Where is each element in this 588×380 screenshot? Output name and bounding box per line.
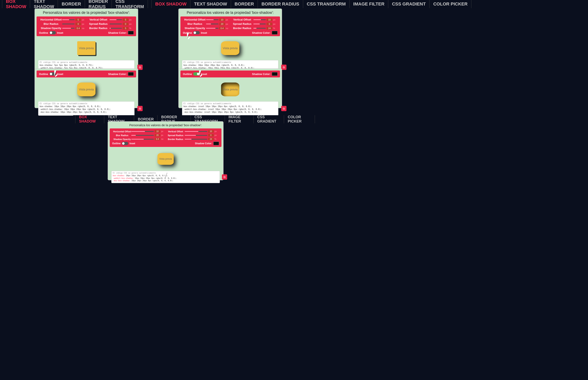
panel-2-outline-toggle[interactable] <box>193 31 200 34</box>
nav-css-transform-2[interactable]: CSS TRANSFORM <box>303 0 350 8</box>
nav-color-picker-3[interactable]: COLOR PICKER <box>284 115 315 123</box>
nav-image-filter-3[interactable]: IMAGE FILTER <box>225 115 254 123</box>
panel-5-h-track[interactable] <box>131 131 154 132</box>
panel-1-blur-track[interactable] <box>62 24 74 24</box>
panel-1-blur-unit: px <box>82 23 86 25</box>
panel-1-spread-unit: px <box>129 23 133 25</box>
panel-3-outline-label: Outline <box>39 73 48 76</box>
panel-2-inset-label: Inset <box>201 31 207 34</box>
panel-1-outline-toggle[interactable] <box>49 31 56 34</box>
nav-css-transform-1[interactable]: CSS TRANSFORM <box>112 0 148 8</box>
panel-5-bradius-group: Border Radius 24 % <box>166 138 218 140</box>
panel-2-v-slider: 10 px <box>253 18 277 21</box>
panel-1-bradius-group: Border Radius 5 % <box>87 27 133 30</box>
panel-1-bradius-track[interactable] <box>110 28 122 29</box>
panel-5-copy-btn[interactable]: ⧉ <box>222 174 227 180</box>
panel-5-shadow-color-group: Shadow Color: <box>195 142 219 145</box>
nav-box-shadow-1[interactable]: BOX SHADOW <box>2 0 30 8</box>
panel-4-code-text: box-shadow: inset 10px 10px 20px 0px rgb… <box>184 105 277 116</box>
nav-image-filter-2[interactable]: IMAGE FILTER <box>350 0 388 8</box>
nav-color-picker-2[interactable]: COLOR PICKER <box>429 0 471 8</box>
panel-5-spread-track[interactable] <box>185 135 207 136</box>
panel-3: Outline Inset Shadow Color: Vista previa… <box>35 69 138 108</box>
panel-5-spread-group: Spread Radius 0 px <box>166 134 218 136</box>
panel-5-code-wrapper: El código CSS se genera automáticamente … <box>110 171 221 183</box>
nav-border-1[interactable]: BORDER <box>58 0 85 8</box>
panel-1-spread-label: Spread Radius <box>87 22 110 25</box>
panel-5-v-track[interactable] <box>185 131 207 132</box>
panel-5-opacity-unit: no <box>161 138 165 140</box>
panel-4-copy-btn[interactable]: ⧉ <box>281 106 287 111</box>
panel-4-color-swatch[interactable] <box>272 72 277 76</box>
panel-5-opacity-group: Shadow Opacity 0.4 no <box>113 138 165 140</box>
panel-3-preview-area: Vista previa <box>35 78 138 101</box>
panel-3-code-area[interactable]: El código CSS se genera automáticamente … <box>38 101 134 116</box>
panel-3-outline-row: Outline Inset Shadow Color: <box>37 71 136 77</box>
panel-5-outline-toggle[interactable] <box>122 142 128 145</box>
panel-3-shadow-color-group: Shadow Color: <box>108 72 134 76</box>
panel-1-opacity-track[interactable] <box>62 28 74 29</box>
nav-border-radius-1[interactable]: BORDER RADIUS <box>85 0 112 8</box>
nav-text-shadow-2[interactable]: TEXT SHADOW <box>190 0 231 8</box>
panel-4-code-area[interactable]: El código CSS se genera automáticamente … <box>182 101 278 116</box>
panel-3-outline-toggle[interactable] <box>49 72 56 76</box>
nav-box-shadow-3[interactable]: BOX SHADOW <box>75 115 104 123</box>
panel-4-preview-box: Vista previa <box>221 82 239 96</box>
panel-2-v-offset-label: Vertical Offset <box>231 18 253 21</box>
panel-5-blur-track[interactable] <box>131 135 154 136</box>
panel-1-shadow-color-group: Shadow Color: <box>108 31 134 35</box>
panel-2-row-3: Shadow Opacity 0.4 no Border Radius 24 % <box>183 27 277 30</box>
panel-2-spread-track[interactable] <box>253 24 266 24</box>
panel-1-v-value: 5 <box>123 18 129 21</box>
panel-2-blur-track[interactable] <box>206 24 219 24</box>
nav-css-gradient-2[interactable]: CSS GRADIENT <box>388 0 429 8</box>
panel-1-blur-group: Blur Radius 0 px <box>40 22 86 25</box>
panel-1: Personaliza los valores de la propiedad … <box>35 9 138 71</box>
panel-5-v-value: 10 <box>208 130 214 133</box>
nav-bar-top-right: BOX SHADOW TEXT SHADOW BORDER BORDER RAD… <box>149 0 588 8</box>
panel-1-color-swatch[interactable] <box>128 31 134 35</box>
panel-3-code-text: box-shadow: 10px 10px 20px 0px rgba(0, 0… <box>40 105 133 116</box>
panel-3-copy-btn[interactable]: ⧉ <box>137 106 143 111</box>
panel-5-opacity-slider: 0.4 no <box>131 138 165 140</box>
panel-3-color-swatch[interactable] <box>128 72 134 76</box>
panel-2-bradius-slider: 24 % <box>253 27 277 30</box>
panel-2-color-swatch[interactable] <box>272 31 277 35</box>
panel-1-code-auto-label: El código CSS se genera automáticamente <box>40 61 133 63</box>
panel-5-code-area[interactable]: El código CSS se genera automáticamente … <box>111 171 220 183</box>
panel-2-h-track[interactable] <box>206 19 219 20</box>
panel-1-h-slider[interactable] <box>62 19 74 20</box>
panel-2-bradius-track[interactable] <box>253 28 266 29</box>
panel-2-preview-text: Vista previa <box>223 47 238 50</box>
panel-2-h-slider: 10 px <box>206 18 229 21</box>
nav-box-shadow-2[interactable]: BOX SHADOW <box>151 0 190 8</box>
panel-2-opacity-value: 0.4 <box>219 27 225 30</box>
panel-2-opacity-track[interactable] <box>206 28 219 29</box>
panel-1-v-slider[interactable] <box>110 19 122 20</box>
panel-1-copy-btn[interactable]: ⧉ <box>137 65 143 70</box>
panel-5-opacity-label: Shadow Opacity <box>113 138 131 140</box>
panel-2-copy-btn[interactable]: ⧉ <box>281 65 287 70</box>
panel-2-controls: Horizontal Offset 10 px Vertical Offset … <box>181 17 280 36</box>
panel-4-outline-toggle[interactable] <box>193 72 200 76</box>
nav-text-shadow-1[interactable]: TEXT SHADOW <box>30 0 58 8</box>
nav-css-gradient-3[interactable]: CSS GRADIENT <box>254 115 284 123</box>
panel-2-blur-label: Blur Radius <box>184 22 206 25</box>
nav-border-2[interactable]: BORDER <box>231 0 258 8</box>
panel-1-spread-track[interactable] <box>110 24 122 24</box>
panel-5-opacity-track[interactable] <box>131 139 154 140</box>
panel-5-v-slider: 10 px <box>185 130 218 133</box>
panel-4-outline-row: Outline Inset Shadow Color: <box>181 71 280 77</box>
panel-2-opacity-unit: no <box>226 27 229 29</box>
panel-5-row-3: Shadow Opacity 0.4 no Border Radius 24 % <box>112 138 219 140</box>
nav-border-radius-2[interactable]: BORDER RADIUS <box>258 0 303 8</box>
panel-5-blur-unit: px <box>161 134 165 136</box>
panel-1-spread-group: Spread Radius 0 px <box>87 22 133 25</box>
panel-5-color-swatch[interactable] <box>213 142 219 145</box>
panel-5-bradius-track[interactable] <box>185 139 207 140</box>
panel-5-code-auto-label: El código CSS se genera automáticamente <box>113 172 219 174</box>
panel-2-blur-value: 20 <box>219 22 225 25</box>
panel-2-v-track[interactable] <box>253 19 266 20</box>
panel-1-h-offset-label: Horizontal Offset <box>40 18 62 21</box>
panel-2-v-unit: px <box>273 19 277 21</box>
